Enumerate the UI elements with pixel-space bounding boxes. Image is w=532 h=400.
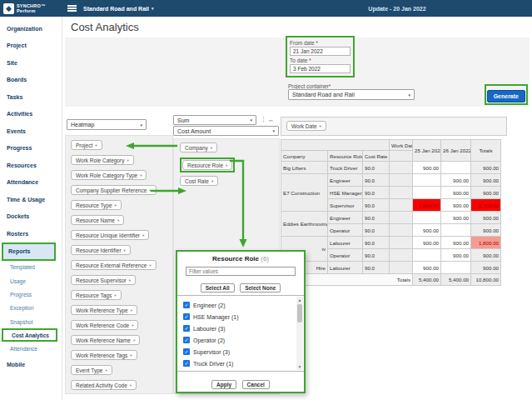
checkbox-checked-icon[interactable]: ✓ [183,313,190,320]
aggregator-select[interactable]: Sum ▾ [173,115,256,125]
required-marker: * [316,40,318,46]
generate-button[interactable]: Generate [487,90,525,102]
sidebar-item-snapshot[interactable]: Snapshot [0,315,62,328]
annotation-box-dates: From date * To date * [286,36,355,78]
company-cell: E7 Construction [281,174,328,212]
field-chip-work-role-category-type[interactable]: Work Role Category Type▾ [71,170,147,180]
project-selector[interactable]: Standard Road and Rail ▾ [83,6,153,12]
checkbox-checked-icon[interactable]: ✓ [183,360,190,367]
field-chip-resource-name[interactable]: Resource Name▾ [71,215,124,225]
spacer-cell [390,262,413,274]
popup-footer: Apply Cancel [177,375,304,390]
field-chip-resource-external-reference[interactable]: Resource External Reference▾ [71,260,157,270]
field-chip-work-reference-name[interactable]: Work Reference Name▾ [71,335,140,345]
swap-icon[interactable]: ↔ [268,117,274,122]
field-chip-label: Work Role Category Type [76,172,137,178]
field-chip-resource-identifier[interactable]: Resource Identifier▾ [71,245,131,255]
field-chip-resource-tags[interactable]: Resource Tags▾ [71,290,122,300]
field-chip-resource-role[interactable]: Resource Role▾ [182,160,232,170]
field-chip-cost-rate[interactable]: Cost Rate▾ [180,176,218,186]
sidebar-item-boards[interactable]: Boards [0,72,62,89]
apply-button[interactable]: Apply [211,380,236,389]
sidebar-item-usage[interactable]: Usage [0,274,62,288]
sidebar-item-resources[interactable]: Resources [0,157,62,174]
sidebar-item-attendance[interactable]: Attendance [0,174,62,192]
view-mode-select[interactable]: Heatmap ▾ [67,119,147,130]
field-chip-work-reference-type[interactable]: Work Reference Type▾ [71,305,137,315]
sidebar-item-events[interactable]: Events [0,122,62,140]
sidebar-item-progress[interactable]: Progress [0,288,62,301]
spacer-cell [390,237,413,249]
field-chip-resource-unique-identifier[interactable]: Resource Unique Identifier▾ [71,230,149,240]
field-chip-work-reference-code[interactable]: Work Reference Code▾ [71,320,138,330]
sidebar-item-dockets[interactable]: Dockets [0,208,62,226]
chevron-down-icon: ▾ [140,173,142,178]
sidebar-item-time-usage[interactable]: Time & Usage [0,191,62,208]
from-date-input[interactable] [290,47,351,56]
measure-select[interactable]: Cost Amount ▾ [173,126,279,136]
field-chip-company[interactable]: Company▾ [180,142,217,152]
sidebar-item-attendance[interactable]: Attendance [0,342,62,355]
field-chip-work-role-category[interactable]: Work Role Category▾ [71,155,134,165]
field-chip-work-date[interactable]: Work Date▾ [286,121,326,131]
sidebar-item-reports[interactable]: Reports [2,242,56,261]
field-chip-event-type[interactable]: Event Type▾ [71,365,112,375]
field-chip-resource-type[interactable]: Resource Type▾ [71,200,122,210]
field-chip-resource-supervisor[interactable]: Resource Supervisor▾ [71,275,136,285]
checkbox-checked-icon[interactable]: ✓ [183,325,190,332]
cost-rate-cell: 90.0 [363,237,390,249]
scrollbar-thumb[interactable] [297,304,302,322]
value-cell: 900.00 [413,262,441,274]
sidebar-item-progress[interactable]: Progress [0,140,62,158]
sidebar-item-site[interactable]: Site [0,54,62,72]
checkbox-checked-icon[interactable]: ✓ [183,337,190,343]
select-none-button[interactable]: Select None [240,283,281,292]
field-chip-work-reference-tags[interactable]: Work Reference Tags▾ [71,350,137,360]
table-row: ivLabourer90.0900.00900.001,800.00 [281,237,501,249]
project-container-value: Standard Road and Rail [292,92,355,98]
field-chip-related-activity-code[interactable]: Related Activity Code▾ [71,380,137,390]
synchro-logo-icon: ◆ [3,3,14,14]
sidebar-item-project[interactable]: Project [0,38,62,55]
cancel-button[interactable]: Cancel [242,380,270,389]
filter-values-input[interactable] [186,267,296,276]
menu-icon[interactable] [67,4,77,13]
sidebar-item-rosters[interactable]: Rosters [0,225,62,242]
filter-panel: From date * To date * Project container*… [65,38,530,107]
totals-value-cell: 5,400.00 [413,274,441,286]
popup-option-label: HSE Manager (1) [193,314,238,320]
field-chip-label: Resource Type [76,202,112,208]
sidebar-item-cost-analytics[interactable]: Cost Analytics [2,328,57,342]
checkbox-checked-icon[interactable]: ✓ [183,302,190,308]
sidebar-item-tasks[interactable]: Tasks [0,88,62,106]
popup-count: (6) [261,255,269,262]
checkbox-checked-icon[interactable]: ✓ [183,348,190,355]
cost-rate-cell: 90.0 [363,262,390,274]
cost-rate-cell: 90.0 [363,174,390,187]
popup-option-label: Engineer (2) [193,302,226,308]
total-cell: 900.00 [471,249,501,262]
field-chip-label: Related Activity Code [76,382,127,388]
sidebar-item-mobile[interactable]: Mobile [0,356,62,373]
more-icon[interactable]: ⋮ [261,116,266,122]
sidebar-item-organization[interactable]: Organization [0,20,62,38]
to-date-label: To date * [290,58,351,63]
to-date-input[interactable] [290,64,351,73]
value-cell: 900.00 [441,174,471,187]
scroll-up-icon[interactable]: ▲ [296,297,303,303]
scrollbar[interactable]: ▲ ▼ [296,297,303,370]
field-chip-company-supplier-reference[interactable]: Company Supplier Reference▾ [71,185,157,195]
sidebar-item-activities[interactable]: Activities [0,106,62,123]
sidebar-item-templated[interactable]: Templated [0,261,62,274]
update-label: Update - 20 Jan 2022 [335,6,460,12]
value-cell [413,187,441,199]
scroll-down-icon[interactable]: ▼ [296,363,303,370]
column-dimension-label: Work Date [390,140,413,151]
field-chip-project[interactable]: Project▾ [71,140,102,150]
popup-option-truck-driver-1: ✓Truck Driver (1) [183,358,294,369]
total-cell: 900.00 [471,174,501,187]
brand-line2: Perform [17,8,46,13]
sidebar-item-exception[interactable]: Exception [0,302,62,315]
project-container-select[interactable]: Standard Road and Rail ▾ [288,89,415,100]
select-all-button[interactable]: Select All [201,283,235,292]
